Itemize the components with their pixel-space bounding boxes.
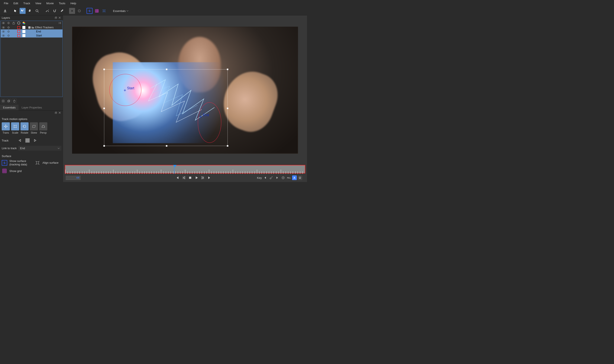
menu-help[interactable]: Help (68, 1, 78, 6)
motion-persp-button[interactable] (39, 122, 47, 130)
step-forward-button[interactable] (200, 175, 206, 180)
duplicate-layer-icon[interactable] (6, 99, 11, 103)
color-swatch-white[interactable] (22, 26, 25, 29)
key-prev-button[interactable] (263, 175, 268, 180)
motion-options-title: Track motion options (2, 117, 61, 121)
align-icon[interactable] (101, 8, 107, 14)
menu-bar: File Edit Track View Movie Tools Help (0, 0, 307, 7)
new-layer-icon[interactable] (1, 99, 6, 103)
step-back-button[interactable] (181, 175, 186, 180)
tab-layer-properties[interactable]: Layer Properties (19, 105, 45, 110)
menu-tools[interactable]: Tools (57, 1, 67, 6)
workspace-dropdown[interactable]: Essentials (111, 9, 130, 13)
track-backward-button[interactable] (17, 138, 22, 143)
grid-icon[interactable] (94, 8, 100, 14)
goto-end-button[interactable] (207, 175, 212, 180)
resize-handle[interactable] (227, 108, 228, 109)
menu-edit[interactable]: Edit (11, 1, 20, 6)
menu-movie[interactable]: Movie (44, 1, 56, 6)
show-surface-button[interactable]: S (2, 160, 7, 166)
save-tool-icon[interactable] (2, 8, 8, 14)
tracker-start-cross-icon[interactable]: + (124, 88, 126, 93)
key-add-button[interactable] (269, 175, 274, 180)
color-swatch-red[interactable] (17, 30, 20, 33)
color-swatch-white[interactable] (22, 30, 25, 33)
panel-close-icon[interactable] (58, 16, 61, 19)
color-wheel-icon[interactable] (22, 22, 25, 25)
key-next-button[interactable] (274, 175, 280, 180)
svg-rect-3 (103, 10, 105, 12)
panel-close-icon[interactable] (58, 111, 61, 115)
goto-start-button[interactable] (175, 175, 180, 180)
panel-undock-icon[interactable] (54, 111, 58, 115)
key-all-badge[interactable]: ALL (287, 175, 291, 180)
tracker-end-cross-icon[interactable]: + (199, 115, 202, 119)
gear-icon[interactable] (7, 34, 10, 37)
magnet-tool-icon[interactable] (52, 8, 58, 14)
align-surface-button[interactable] (35, 160, 40, 166)
visibility-icon[interactable] (2, 30, 5, 33)
layer-menu-icon[interactable] (58, 22, 61, 25)
link-to-track-select[interactable]: End (18, 146, 61, 151)
menu-track[interactable]: Track (21, 1, 32, 6)
viewer[interactable]: + Start + End (63, 15, 307, 165)
color-swatch-white[interactable] (22, 34, 25, 37)
select-tool-icon[interactable] (12, 8, 18, 14)
surface-title: Surface (2, 155, 61, 158)
visibility-icon[interactable] (2, 26, 5, 29)
circle-column-icon[interactable] (17, 22, 20, 25)
motion-skew-button[interactable] (30, 122, 38, 130)
resize-handle[interactable] (104, 145, 105, 147)
play-button[interactable] (194, 175, 199, 180)
motion-scale-button[interactable] (11, 122, 19, 130)
gear-column-icon[interactable] (7, 22, 10, 25)
track-stop-button[interactable] (25, 138, 30, 143)
tracker-end-circle[interactable] (198, 102, 221, 143)
menu-view[interactable]: View (33, 1, 43, 6)
color-swatch-red[interactable] (17, 26, 20, 29)
show-grid-button[interactable] (2, 168, 7, 174)
hand-tool-icon[interactable] (27, 8, 33, 14)
x-circle-icon[interactable] (76, 8, 82, 14)
key-delete-button[interactable] (281, 175, 286, 180)
gear-icon[interactable] (7, 30, 10, 33)
motion-rotate-button[interactable] (20, 122, 28, 130)
collapse-icon[interactable]: − (28, 26, 30, 28)
layer-row-end[interactable]: End (1, 29, 63, 33)
visibility-icon[interactable] (2, 34, 5, 37)
layers-title: Layers (2, 16, 10, 19)
zoom-tool-icon[interactable] (34, 8, 40, 14)
tab-essentials[interactable]: Essentials (0, 105, 19, 110)
brush-tool-icon[interactable] (59, 8, 65, 14)
layer-group-row[interactable]: − Effect Trackers (1, 25, 63, 29)
visibility-column-icon[interactable] (2, 22, 5, 25)
resize-handle[interactable] (166, 69, 167, 70)
key-auto-a-badge[interactable]: A (292, 175, 297, 180)
stop-button[interactable] (188, 175, 193, 180)
color-swatch-red[interactable] (17, 34, 20, 37)
key-auto-u-badge[interactable]: Ü (298, 175, 302, 180)
layer-row-start[interactable]: Start (1, 33, 63, 38)
timeline-marker[interactable] (173, 165, 177, 168)
x-box-icon[interactable] (69, 8, 75, 14)
resize-handle[interactable] (104, 108, 105, 109)
resize-handle[interactable] (166, 145, 167, 147)
svg-point-10 (17, 22, 20, 24)
track-forward-button[interactable] (33, 138, 38, 143)
motion-trans-button[interactable] (2, 122, 10, 130)
menu-file[interactable]: File (2, 1, 11, 6)
frame-input[interactable]: 44 (66, 176, 81, 180)
surface-s-icon[interactable]: S (87, 8, 92, 14)
svg-rect-27 (37, 162, 39, 164)
gear-icon[interactable] (7, 26, 10, 29)
spline-tool-icon[interactable] (44, 8, 50, 14)
resize-handle[interactable] (104, 69, 105, 70)
lock-column-icon[interactable] (12, 22, 15, 25)
select-plus-tool-icon[interactable] (20, 8, 26, 14)
resize-handle[interactable] (227, 145, 228, 147)
resize-handle[interactable] (227, 69, 228, 70)
panel-undock-icon[interactable] (54, 16, 58, 19)
timeline-track[interactable]: document.write(Array.from({length:100},(… (65, 165, 305, 173)
delete-layer-icon[interactable] (12, 99, 17, 103)
video-frame[interactable]: + Start + End (72, 27, 298, 154)
